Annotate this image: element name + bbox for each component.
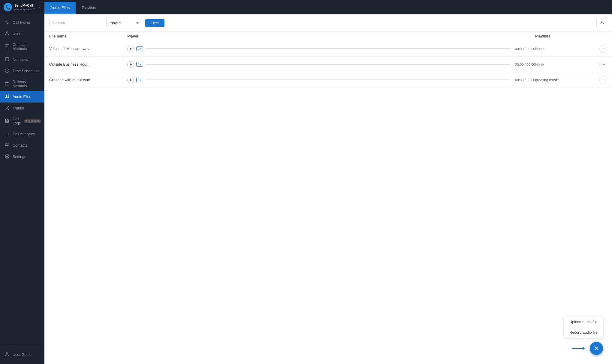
user-guide-label: User Guide: [13, 353, 32, 357]
time-display-3: 00:00 / 00:00: [515, 78, 535, 82]
sidebar-item-numbers[interactable]: Numbers: [0, 54, 44, 65]
row-menu-button-2[interactable]: ⋯: [599, 61, 607, 68]
table-container: Voicemail Message.wav 1x 00:00 / 00:00 N…: [44, 41, 612, 364]
record-audio-item[interactable]: Record audio file: [564, 327, 603, 338]
sidebar-item-label: Call Analytics: [13, 132, 35, 136]
sidebar-header: 📞 SendMyCall phone.systems™ ‹: [0, 0, 44, 14]
trunks-icon: [4, 106, 10, 111]
contact-methods-icon: [4, 44, 10, 49]
top-tabs: Audio Files Playlists: [44, 0, 612, 14]
user-guide-icon: [4, 352, 10, 357]
sidebar-item-label: Call Logs: [13, 117, 21, 125]
sidebar-item-trunks[interactable]: Trunks: [0, 103, 44, 114]
content-area: Playlist Filter File name Player Playlis…: [44, 14, 612, 364]
sidebar-item-contacts[interactable]: Contacts: [0, 140, 44, 151]
settings-icon: [4, 154, 10, 160]
svg-rect-4: [5, 82, 9, 85]
sidebar-item-label: Delivery Methods: [13, 80, 40, 88]
player-cell-3: 1x 00:00 / 00:00: [127, 77, 535, 83]
fab-button[interactable]: ✕: [590, 342, 603, 355]
upload-audio-item[interactable]: Upload audio file: [564, 317, 603, 327]
users-icon: [4, 31, 10, 37]
sidebar-item-time-schedules[interactable]: Time Schedules: [0, 65, 44, 77]
delivery-methods-icon: [4, 81, 10, 87]
col-filename: File name: [49, 34, 127, 38]
sidebar-toggle-icon[interactable]: ‹: [39, 4, 41, 10]
svg-point-14: [6, 143, 7, 145]
time-display-1: 00:00 / 00:00: [515, 47, 535, 51]
fab-container: Upload audio file Record audio file ✕: [564, 317, 603, 355]
sidebar-item-label: Trunks: [13, 106, 24, 110]
time-schedules-icon: [4, 68, 10, 74]
app-name: SendMyCall: [14, 4, 35, 7]
time-display-2: 00:00 / 00:00: [515, 63, 535, 66]
sidebar-item-label: Users: [13, 32, 23, 36]
progress-bar-1[interactable]: [146, 48, 510, 49]
svg-rect-1: [5, 45, 9, 48]
deprecated-badge: Deprecated: [24, 119, 41, 123]
svg-point-16: [6, 353, 8, 354]
sidebar-item-label: Audio Files: [13, 95, 31, 99]
sidebar-item-call-flows[interactable]: Call Flows: [0, 17, 44, 28]
main-content: Audio Files Playlists Playlist Filter Fi…: [44, 0, 612, 364]
col-player: Player: [127, 34, 535, 38]
fab-popup: Upload audio file Record audio file: [564, 317, 603, 338]
app-name-block: SendMyCall phone.systems™: [14, 4, 35, 10]
sidebar-item-contact-methods[interactable]: Contact Methods: [0, 40, 44, 54]
search-input[interactable]: [49, 19, 103, 27]
sidebar-item-label: Contact Methods: [13, 43, 40, 51]
sidebar-item-label: Time Schedules: [13, 69, 39, 73]
row-menu-button-1[interactable]: ⋯: [599, 45, 607, 53]
tab-audio-files[interactable]: Audio Files: [44, 2, 76, 14]
playlist-cell-3: greeting music: [535, 78, 595, 82]
tab-playlists[interactable]: Playlists: [76, 2, 102, 14]
play-button-2[interactable]: [127, 61, 134, 68]
svg-point-15: [6, 156, 8, 157]
audio-files-icon: [4, 94, 10, 100]
svg-point-6: [8, 97, 9, 98]
sidebar-item-call-logs[interactable]: Call Logs Deprecated: [0, 114, 44, 128]
call-flows-icon: [4, 20, 10, 25]
playlist-dropdown[interactable]: Playlist: [106, 19, 142, 27]
sidebar-item-label: Call Flows: [13, 20, 30, 25]
sidebar-item-audio-files[interactable]: Audio Files: [0, 91, 44, 103]
user-guide-item[interactable]: User Guide: [4, 349, 40, 360]
svg-point-0: [6, 32, 8, 33]
download-button[interactable]: [596, 19, 607, 27]
player-cell-2: 1x 00:00 / 00:00: [127, 61, 535, 68]
sidebar-item-settings[interactable]: Settings: [0, 151, 44, 163]
player-cell-1: 1x 00:00 / 00:00: [127, 46, 535, 52]
speed-badge-2[interactable]: 1x: [136, 62, 143, 67]
fab-arrow-icon: [572, 346, 587, 351]
sidebar: 📞 SendMyCall phone.systems™ ‹ Call Flows…: [0, 0, 44, 364]
table-row: Voicemail Message.wav 1x 00:00 / 00:00 N…: [44, 41, 612, 57]
speed-badge-1[interactable]: 1x: [136, 46, 143, 51]
playlist-cell-1: None: [535, 47, 595, 51]
call-analytics-icon: [4, 131, 10, 137]
play-button-1[interactable]: [127, 46, 134, 52]
sidebar-item-call-analytics[interactable]: Call Analytics: [0, 128, 44, 140]
app-logo: 📞: [4, 3, 12, 11]
progress-bar-2[interactable]: [146, 64, 510, 65]
speed-badge-3[interactable]: 1x: [136, 78, 143, 82]
numbers-icon: [4, 57, 10, 62]
table-row: Outside Business Hour... 1x 00:00 / 00:0…: [44, 57, 612, 72]
sidebar-item-users[interactable]: Users: [0, 28, 44, 40]
filename-2: Outside Business Hour...: [49, 62, 127, 67]
sidebar-nav: Call Flows Users Contact Methods Numbers…: [0, 14, 44, 345]
table-row: Greeting with music.wav 1x 00:00 / 00:00…: [44, 72, 612, 88]
sidebar-item-delivery-methods[interactable]: Delivery Methods: [0, 77, 44, 91]
row-menu-button-3[interactable]: ⋯: [599, 76, 607, 84]
filter-button[interactable]: Filter: [145, 19, 164, 27]
sidebar-item-label: Numbers: [13, 58, 28, 62]
col-playlists: Playlists: [535, 34, 595, 38]
call-logs-icon: [4, 118, 10, 124]
table-header: File name Player Playlists: [44, 32, 612, 41]
filename-1: Voicemail Message.wav: [49, 47, 127, 51]
app-subtitle: phone.systems™: [14, 8, 35, 11]
progress-bar-3[interactable]: [146, 79, 510, 80]
sidebar-footer[interactable]: User Guide: [0, 345, 44, 364]
play-button-3[interactable]: [127, 77, 134, 83]
filename-3: Greeting with music.wav: [49, 78, 127, 82]
sidebar-item-label: Contacts: [13, 143, 27, 148]
